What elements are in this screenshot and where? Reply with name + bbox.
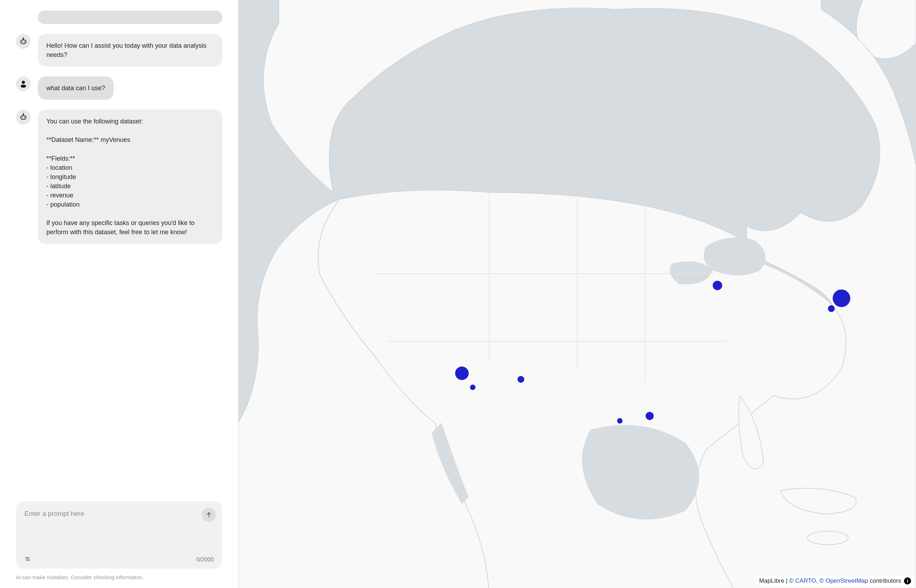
attrib-prefix: MapLibre | [759, 577, 789, 584]
map-data-point[interactable] [712, 281, 722, 290]
prompt-panel: 0/2000 [16, 501, 222, 569]
bot-avatar [16, 110, 31, 124]
attrib-sep: , [816, 577, 819, 584]
map-data-point[interactable] [455, 367, 469, 380]
map-canvas[interactable] [238, 0, 916, 588]
svg-point-16 [28, 560, 29, 561]
message-bubble: You can use the following dataset: **Dat… [38, 110, 222, 244]
input-footer: 0/2000 [24, 556, 214, 564]
message-bubble: Hello! How can I assist you today with y… [38, 34, 222, 66]
svg-point-6 [21, 84, 26, 88]
bot-icon [19, 113, 28, 122]
app-root: Hello! How can I assist you today with y… [0, 0, 916, 588]
svg-rect-7 [21, 116, 26, 120]
svg-point-2 [24, 41, 25, 42]
svg-point-15 [26, 557, 27, 559]
message-assistant: You can use the following dataset: **Dat… [16, 110, 222, 244]
map-data-point[interactable] [828, 305, 835, 312]
svg-point-4 [23, 38, 24, 39]
person-icon [19, 79, 28, 89]
map-pane[interactable]: MapLibre | © CARTO, © OpenStreetMap cont… [238, 0, 916, 588]
svg-point-9 [24, 117, 25, 118]
prompt-input[interactable] [24, 510, 214, 553]
message-placeholder [38, 11, 222, 24]
svg-point-11 [23, 114, 24, 115]
map-data-point[interactable] [470, 384, 475, 390]
arrow-up-icon [205, 511, 212, 518]
chat-scroll[interactable]: Hello! How can I assist you today with y… [16, 11, 222, 491]
message-bubble: what data can I use? [38, 76, 113, 100]
svg-point-8 [22, 117, 23, 118]
attrib-osm-link[interactable]: © OpenStreetMap [819, 577, 868, 584]
message-user: what data can I use? [16, 76, 222, 100]
svg-rect-0 [21, 40, 26, 44]
map-data-point[interactable] [617, 418, 622, 423]
bot-icon [19, 37, 28, 46]
ai-disclaimer: AI can make mistakes. Consider checking … [16, 573, 222, 581]
bot-avatar [16, 34, 31, 49]
map-attribution: MapLibre | © CARTO, © OpenStreetMap cont… [756, 576, 914, 586]
map-data-point[interactable] [646, 412, 654, 420]
svg-point-5 [22, 81, 25, 84]
map-data-point[interactable] [832, 289, 850, 307]
attrib-carto-link[interactable]: © CARTO [789, 577, 816, 584]
chat-sidebar: Hello! How can I assist you today with y… [0, 0, 238, 588]
svg-point-1 [22, 41, 23, 42]
map-data-point[interactable] [518, 376, 524, 383]
info-icon[interactable]: i [904, 577, 911, 585]
send-button[interactable] [202, 508, 216, 522]
settings-icon-wrap[interactable] [24, 556, 31, 564]
message-assistant: Hello! How can I assist you today with y… [16, 34, 222, 66]
user-avatar [16, 76, 31, 91]
sliders-icon [24, 556, 31, 562]
svg-point-18 [808, 531, 848, 544]
char-counter: 0/2000 [196, 557, 214, 563]
attrib-suffix: contributors [868, 577, 901, 584]
